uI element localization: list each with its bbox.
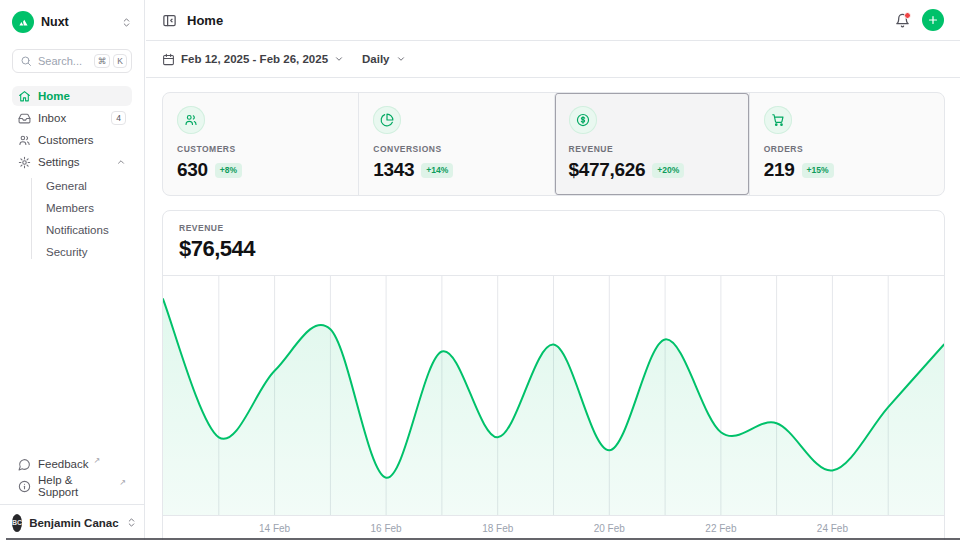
kbd-cmd: ⌘: [94, 54, 111, 68]
subitem-label: Security: [46, 246, 88, 258]
chevron-up-icon: [116, 157, 126, 167]
stat-delta-badge: +15%: [802, 163, 834, 178]
team-switcher[interactable]: Nuxt: [12, 10, 132, 34]
sidebar-footer-nav: Feedback ↗ Help & Support ↗: [12, 454, 132, 504]
chart-value: $76,544: [179, 236, 928, 262]
sidebar-item-inbox[interactable]: Inbox 4: [12, 108, 132, 128]
stat-delta-badge: +8%: [215, 163, 242, 178]
subitem-label: Notifications: [46, 224, 109, 236]
svg-text:18 Feb: 18 Feb: [482, 523, 514, 534]
svg-text:22 Feb: 22 Feb: [705, 523, 737, 534]
stat-label: CUSTOMERS: [177, 144, 344, 154]
notifications-button[interactable]: [895, 13, 910, 28]
stat-orders[interactable]: ORDERS 219 +15%: [749, 93, 944, 195]
date-range-picker[interactable]: Feb 12, 2025 - Feb 26, 2025: [162, 53, 344, 66]
calendar-icon: [162, 53, 175, 66]
svg-text:20 Feb: 20 Feb: [594, 523, 626, 534]
stat-revenue[interactable]: REVENUE $477,626 +20%: [554, 93, 749, 195]
dollar-circle-icon: [569, 106, 597, 134]
stat-conversions[interactable]: CONVERSIONS 1343 +14%: [358, 93, 553, 195]
external-link-icon: ↗: [94, 456, 101, 465]
info-circle-icon: [18, 480, 31, 493]
collapse-sidebar-button[interactable]: [162, 13, 177, 28]
chart-label: REVENUE: [179, 223, 928, 233]
chart-header: REVENUE $76,544: [163, 211, 944, 276]
page-title: Home: [187, 13, 223, 28]
stat-customers[interactable]: CUSTOMERS 630 +8%: [163, 93, 358, 195]
users-icon: [177, 106, 205, 134]
search-shortcut: ⌘ K: [94, 54, 127, 68]
stat-delta-badge: +14%: [421, 163, 453, 178]
add-button[interactable]: [922, 9, 944, 31]
chart-plot-area: 14 Feb16 Feb18 Feb20 Feb22 Feb24 Feb: [163, 276, 944, 540]
date-range-label: Feb 12, 2025 - Feb 26, 2025: [181, 53, 328, 65]
sidebar: Nuxt Search... ⌘ K Home Inbox 4: [0, 0, 145, 540]
stat-delta-badge: +20%: [652, 163, 684, 178]
sidebar-item-customers[interactable]: Customers: [12, 130, 132, 150]
cart-icon: [764, 106, 792, 134]
revenue-chart-card: REVENUE $76,544 14 Feb16 Feb18 Feb20 Feb…: [162, 210, 945, 540]
chevron-down-icon: [334, 54, 344, 64]
stat-label: REVENUE: [569, 144, 735, 154]
sidebar-item-label: Inbox: [38, 112, 66, 124]
inbox-count-badge: 4: [111, 111, 126, 125]
stat-value: 219: [764, 159, 795, 181]
sidebar-item-label: Settings: [38, 156, 80, 168]
stat-value: $477,626: [569, 159, 646, 181]
avatar: BC: [12, 514, 22, 532]
page-content: CUSTOMERS 630 +8% CONVERSIONS 1343 +14%: [146, 78, 960, 540]
stat-value: 1343: [373, 159, 414, 181]
revenue-chart[interactable]: 14 Feb16 Feb18 Feb20 Feb22 Feb24 Feb: [163, 276, 944, 540]
footer-item-label: Feedback: [38, 458, 89, 470]
topbar-actions: [895, 9, 944, 31]
user-menu[interactable]: BC Benjamin Canac: [0, 504, 144, 540]
filters-toolbar: Feb 12, 2025 - Feb 26, 2025 Daily: [146, 41, 960, 78]
sidebar-subitem-security[interactable]: Security: [12, 241, 132, 262]
chevrons-up-down-icon: [121, 17, 132, 28]
nuxt-logo-icon: [12, 11, 34, 33]
search-icon: [20, 55, 32, 67]
home-icon: [18, 90, 31, 103]
stats-row: CUSTOMERS 630 +8% CONVERSIONS 1343 +14%: [162, 92, 945, 196]
feedback-link[interactable]: Feedback ↗: [12, 454, 132, 474]
notification-dot: [904, 12, 911, 19]
gear-icon: [18, 156, 31, 169]
subitem-label: General: [46, 180, 87, 192]
granularity-select[interactable]: Daily: [362, 53, 406, 65]
inbox-icon: [18, 112, 31, 125]
pie-chart-icon: [373, 106, 401, 134]
sidebar-subitem-general[interactable]: General: [12, 175, 132, 196]
main-area: Home Feb 12, 2025 - Feb 26, 2025 Daily: [146, 0, 960, 540]
sidebar-nav: Home Inbox 4 Customers Settings Ge: [12, 86, 132, 263]
subitem-label: Members: [46, 202, 94, 214]
granularity-label: Daily: [362, 53, 390, 65]
chevrons-up-down-icon: [126, 517, 137, 528]
search-input[interactable]: Search... ⌘ K: [12, 49, 132, 73]
sidebar-item-label: Home: [38, 90, 70, 102]
sidebar-item-settings[interactable]: Settings: [12, 152, 132, 172]
sidebar-item-home[interactable]: Home: [12, 86, 132, 106]
settings-submenu: General Members Notifications Security: [12, 175, 132, 262]
sidebar-subitem-notifications[interactable]: Notifications: [12, 219, 132, 240]
sidebar-spacer: [12, 263, 132, 454]
stat-value: 630: [177, 159, 208, 181]
topbar: Home: [146, 0, 960, 41]
kbd-k: K: [113, 54, 127, 68]
message-circle-icon: [18, 458, 31, 471]
users-icon: [18, 134, 31, 147]
footer-item-label: Help & Support: [38, 474, 114, 498]
stat-label: ORDERS: [764, 144, 930, 154]
brand-name: Nuxt: [41, 15, 69, 29]
chevron-down-icon: [396, 54, 406, 64]
user-name: Benjamin Canac: [29, 517, 118, 529]
svg-text:16 Feb: 16 Feb: [371, 523, 403, 534]
sidebar-item-label: Customers: [38, 134, 94, 146]
sidebar-subitem-members[interactable]: Members: [12, 197, 132, 218]
stat-label: CONVERSIONS: [373, 144, 539, 154]
svg-text:14 Feb: 14 Feb: [259, 523, 291, 534]
external-link-icon: ↗: [119, 478, 126, 487]
svg-text:24 Feb: 24 Feb: [817, 523, 849, 534]
help-support-link[interactable]: Help & Support ↗: [12, 476, 132, 496]
search-placeholder: Search...: [38, 55, 88, 67]
